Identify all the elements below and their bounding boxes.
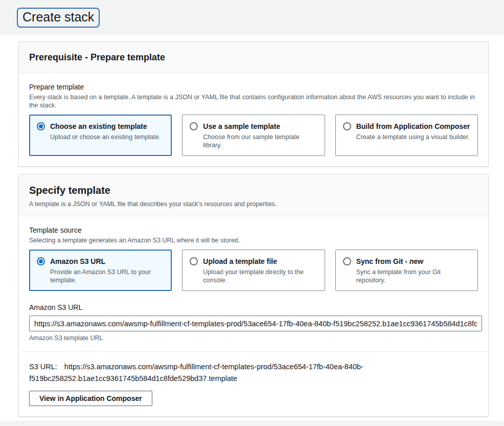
radio-selected-icon[interactable] xyxy=(37,122,45,130)
specify-template-section: Specify template A template is a JSON or… xyxy=(18,174,489,417)
tile-upload-template-file[interactable]: Upload a template file Upload your templ… xyxy=(182,250,325,291)
tile-title: Build from Application Composer xyxy=(356,121,470,131)
specify-template-header: Specify template A template is a JSON or… xyxy=(19,174,488,216)
radio-unselected-icon[interactable] xyxy=(343,257,351,265)
tile-title: Use a sample template xyxy=(203,121,317,131)
tile-title: Upload a template file xyxy=(203,256,317,266)
tile-description: Sync a template from your Git repository… xyxy=(356,268,470,284)
amazon-s3-url-label: Amazon S3 URL xyxy=(29,302,478,312)
radio-unselected-icon[interactable] xyxy=(343,122,351,130)
tile-description: Choose from our sample template library. xyxy=(203,133,317,149)
page-header: Create stack xyxy=(0,0,504,34)
tile-description: Create a template using a visual builder… xyxy=(356,133,470,141)
template-source-label: Template source xyxy=(29,225,478,235)
prepare-template-options: Choose an existing template Upload or ch… xyxy=(29,115,478,156)
section-divider xyxy=(19,351,488,352)
tile-title: Sync from Git - new xyxy=(356,256,470,266)
tile-choose-existing-template[interactable]: Choose an existing template Upload or ch… xyxy=(29,115,172,156)
new-badge-text: new xyxy=(409,257,423,265)
specify-template-description: A template is a JSON or YAML file that d… xyxy=(29,200,478,208)
tile-amazon-s3-url[interactable]: Amazon S3 URL Provide an Amazon S3 URL t… xyxy=(29,250,172,291)
tile-description: Provide an Amazon S3 URL to your templat… xyxy=(50,268,164,284)
tile-sync-from-git[interactable]: Sync from Git - new Sync a template from… xyxy=(335,250,478,291)
template-source-options: Amazon S3 URL Provide an Amazon S3 URL t… xyxy=(29,250,478,291)
radio-selected-icon[interactable] xyxy=(37,257,45,265)
tile-use-sample-template[interactable]: Use a sample template Choose from our sa… xyxy=(182,115,325,156)
amazon-s3-url-helper: Amazon S3 template URL xyxy=(29,334,478,342)
radio-unselected-icon[interactable] xyxy=(190,257,198,265)
tile-description: Upload your template directly to the con… xyxy=(203,268,317,284)
tile-title: Amazon S3 URL xyxy=(50,256,164,266)
tile-build-from-application-composer[interactable]: Build from Application Composer Create a… xyxy=(335,115,478,156)
bottom-strip xyxy=(0,421,504,426)
radio-unselected-icon[interactable] xyxy=(190,122,198,130)
specify-template-heading: Specify template xyxy=(29,184,478,197)
tile-description: Upload or choose an existing template. xyxy=(50,133,161,141)
s3-url-display-value: https://s3.amazonaws.com/awsmp-fulfillme… xyxy=(29,363,363,383)
prerequisite-heading: Prerequisite - Prepare template xyxy=(29,51,478,63)
tile-title: Choose an existing template xyxy=(50,121,161,131)
page-title: Create stack xyxy=(17,8,100,28)
prerequisite-section-header: Prerequisite - Prepare template xyxy=(19,42,488,73)
view-in-application-composer-button[interactable]: View in Application Composer xyxy=(29,391,152,406)
s3-url-display: S3 URL:https://s3.amazonaws.com/awsmp-fu… xyxy=(29,361,383,385)
template-source-description: Selecting a template generates an Amazon… xyxy=(29,236,478,244)
prepare-template-description: Every stack is based on a template. A te… xyxy=(29,93,478,109)
amazon-s3-url-input[interactable] xyxy=(29,316,482,331)
prepare-template-label: Prepare template xyxy=(29,82,478,92)
prerequisite-section: Prerequisite - Prepare template Prepare … xyxy=(18,41,489,167)
s3-url-display-label: S3 URL: xyxy=(29,363,57,371)
